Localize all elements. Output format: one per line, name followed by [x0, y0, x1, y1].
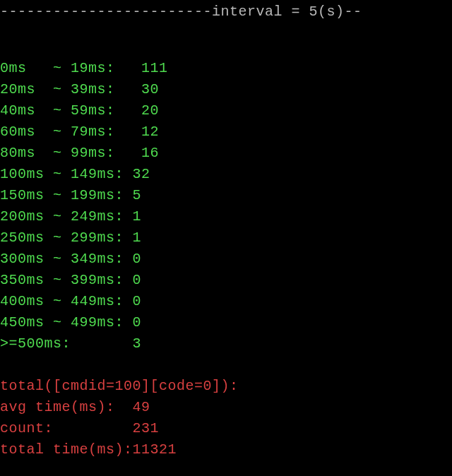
hist-row: 0ms ~ 19ms: 111 [0, 58, 452, 79]
hist-count: 30 [141, 81, 159, 97]
summary-title: total([cmdid=100][code=0]): [0, 376, 452, 397]
summary-value: 11321 [133, 441, 177, 458]
hist-range: 40ms ~ 59ms: [0, 102, 141, 119]
hist-row: 80ms ~ 99ms: 16 [0, 143, 452, 164]
hist-count: 0 [133, 272, 142, 288]
summary-row: total time(ms):11321 [0, 439, 452, 460]
hist-row: 20ms ~ 39ms: 30 [0, 79, 452, 100]
summary-label: avg time(ms): [0, 399, 133, 415]
hist-row: 60ms ~ 79ms: 12 [0, 121, 452, 143]
hist-count: 5 [133, 187, 142, 203]
hist-range: 60ms ~ 79ms: [0, 124, 141, 140]
hist-count: 32 [133, 166, 150, 182]
summary-block: total([cmdid=100][code=0]): avg time(ms)… [0, 376, 452, 460]
hist-row: 150ms ~ 199ms: 5 [0, 185, 452, 206]
hist-range: 20ms ~ 39ms: [0, 81, 141, 97]
hist-row: 40ms ~ 59ms: 20 [0, 100, 452, 121]
interval-header: ------------------------interval = 5(s)-… [0, 0, 452, 37]
hist-range: 450ms ~ 499ms: [0, 314, 133, 331]
hist-range: >=500ms: [0, 335, 133, 352]
hist-count: 12 [141, 124, 159, 140]
summary-value: 231 [133, 420, 160, 436]
hist-range: 300ms ~ 349ms: [0, 251, 133, 267]
hist-row: 100ms ~ 149ms: 32 [0, 164, 452, 185]
hist-range: 80ms ~ 99ms: [0, 145, 141, 161]
summary-label: count: [0, 420, 133, 436]
hist-count: 0 [133, 314, 142, 331]
hist-count: 20 [141, 102, 159, 119]
summary-value: 49 [133, 399, 150, 415]
hist-range: 200ms ~ 249ms: [0, 208, 133, 225]
summary-row: avg time(ms): 49 [0, 397, 452, 418]
hist-row: 250ms ~ 299ms: 1 [0, 227, 452, 249]
hist-row: >=500ms: 3 [0, 333, 452, 355]
hist-row: 350ms ~ 399ms: 0 [0, 270, 452, 291]
hist-count: 3 [133, 335, 142, 352]
hist-row: 200ms ~ 249ms: 1 [0, 206, 452, 227]
hist-range: 400ms ~ 449ms: [0, 293, 133, 309]
summary-row: count: 231 [0, 418, 452, 439]
hist-count: 1 [133, 230, 142, 246]
hist-row: 450ms ~ 499ms: 0 [0, 312, 452, 333]
hist-row: 400ms ~ 449ms: 0 [0, 291, 452, 312]
hist-range: 0ms ~ 19ms: [0, 60, 141, 76]
latency-histogram: 0ms ~ 19ms: 111 20ms ~ 39ms: 30 40ms ~ 5… [0, 58, 452, 355]
hist-count: 0 [133, 293, 142, 309]
hist-row: 300ms ~ 349ms: 0 [0, 249, 452, 270]
hist-count: 16 [141, 145, 159, 161]
summary-label: total time(ms): [0, 441, 133, 458]
hist-range: 250ms ~ 299ms: [0, 230, 133, 246]
hist-count: 0 [133, 251, 142, 267]
hist-count: 111 [141, 60, 168, 76]
hist-range: 100ms ~ 149ms: [0, 166, 133, 182]
hist-range: 150ms ~ 199ms: [0, 187, 133, 203]
hist-range: 350ms ~ 399ms: [0, 272, 133, 288]
hist-count: 1 [133, 208, 142, 225]
